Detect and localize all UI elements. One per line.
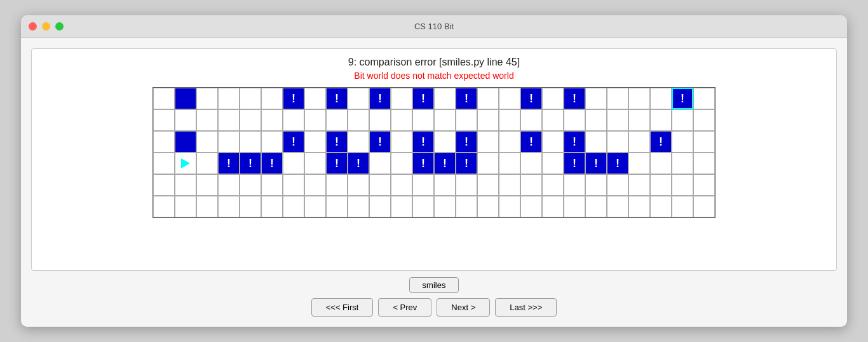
cell-r2-c18	[520, 109, 542, 131]
bit-world-grid: ! ! ! ! !	[153, 87, 715, 218]
cell-r3-c14	[434, 131, 456, 153]
cell-r6-c12	[391, 196, 412, 217]
cell-r5-c19	[542, 174, 564, 196]
cell-r2-c9	[326, 109, 348, 131]
cell-r2-c2	[175, 109, 196, 131]
window-title: CS 110 Bit	[414, 22, 454, 31]
window-body: 9: comparison error [smiles.py line 45] …	[21, 38, 847, 327]
cell-r2-c11	[369, 109, 391, 131]
cell-r1-c8	[304, 88, 326, 109]
cell-r5-c16	[477, 174, 499, 196]
cell-r6-c26	[693, 196, 715, 217]
cell-r2-c19	[542, 109, 564, 131]
smiles-button[interactable]: smiles	[409, 277, 459, 293]
cell-r2-c3	[196, 109, 218, 131]
cell-r4-c19	[542, 153, 564, 174]
cell-r3-c23	[628, 131, 650, 153]
cell-r4-c26	[693, 153, 715, 174]
cell-r3-c10	[348, 131, 369, 153]
cell-r5-c4	[218, 174, 240, 196]
cell-r4-c11	[369, 153, 391, 174]
cell-r4-c1	[153, 153, 175, 174]
cell-r1-c10	[348, 88, 369, 109]
app-window: CS 110 Bit 9: comparison error [smiles.p…	[21, 15, 847, 327]
cell-r2-c22	[607, 109, 628, 131]
cell-r6-c25	[672, 196, 693, 217]
cell-r1-c9: !	[326, 88, 348, 109]
cell-r5-c3	[196, 174, 218, 196]
cell-r6-c8	[304, 196, 326, 217]
cell-r1-c18: !	[520, 88, 542, 109]
cell-r6-c3	[196, 196, 218, 217]
cell-r1-c5	[240, 88, 261, 109]
cell-r4-c15: !	[456, 153, 477, 174]
cell-r3-c18: !	[520, 131, 542, 153]
cell-r2-c15	[456, 109, 477, 131]
cell-r4-c24	[650, 153, 672, 174]
cell-r5-c14	[434, 174, 456, 196]
cell-r2-c26	[693, 109, 715, 131]
cell-r2-c14	[434, 109, 456, 131]
cell-r3-c1	[153, 131, 175, 153]
cell-r4-c6: !	[261, 153, 283, 174]
cell-r6-c4	[218, 196, 240, 217]
cell-r4-c23	[628, 153, 650, 174]
cell-r1-c2	[175, 88, 196, 109]
cell-r4-c3	[196, 153, 218, 174]
next-button[interactable]: Next >	[437, 298, 490, 317]
cell-r4-c10: !	[348, 153, 369, 174]
cell-r4-c2	[175, 153, 196, 174]
cell-r6-c7	[283, 196, 304, 217]
cell-r2-c7	[283, 109, 304, 131]
cell-r6-c16	[477, 196, 499, 217]
cell-r5-c1	[153, 174, 175, 196]
cell-r4-c21: !	[585, 153, 607, 174]
cell-r6-c22	[607, 196, 628, 217]
minimize-button[interactable]	[42, 22, 50, 31]
cell-r3-c4	[218, 131, 240, 153]
cell-r3-c26	[693, 131, 715, 153]
cell-r4-c5: !	[240, 153, 261, 174]
last-button[interactable]: Last >>>	[495, 298, 557, 317]
cell-r4-c18	[520, 153, 542, 174]
first-button[interactable]: <<< First	[311, 298, 374, 317]
close-button[interactable]	[29, 22, 37, 31]
cell-r5-c17	[499, 174, 520, 196]
cell-r1-c7: !	[283, 88, 304, 109]
cell-r4-c22: !	[607, 153, 628, 174]
cell-r3-c19	[542, 131, 564, 153]
cell-r1-c26	[693, 88, 715, 109]
cell-r3-c11: !	[369, 131, 391, 153]
title-bar: CS 110 Bit	[21, 15, 847, 38]
cell-r1-c17	[499, 88, 520, 109]
prev-button[interactable]: < Prev	[378, 298, 431, 317]
cell-r3-c6	[261, 131, 283, 153]
cell-r3-c13: !	[412, 131, 434, 153]
cell-r5-c10	[348, 174, 369, 196]
cell-r5-c7	[283, 174, 304, 196]
cell-r1-c16	[477, 88, 499, 109]
cell-r6-c11	[369, 196, 391, 217]
cell-r5-c26	[693, 174, 715, 196]
cell-r2-c8	[304, 109, 326, 131]
cell-r3-c2	[175, 131, 196, 153]
cell-r1-c15: !	[456, 88, 477, 109]
cell-r3-c20: !	[564, 131, 585, 153]
cell-r2-c20	[564, 109, 585, 131]
cell-r5-c2	[175, 174, 196, 196]
cell-r2-c6	[261, 109, 283, 131]
nav-buttons: <<< First < Prev Next > Last >>>	[311, 298, 557, 317]
cell-r6-c24	[650, 196, 672, 217]
cell-r3-c21	[585, 131, 607, 153]
cell-r3-c25	[672, 131, 693, 153]
cell-r6-c23	[628, 196, 650, 217]
bottom-controls: smiles <<< First < Prev Next > Last >>>	[311, 277, 557, 317]
cell-r1-c4	[218, 88, 240, 109]
cell-r5-c11	[369, 174, 391, 196]
maximize-button[interactable]	[55, 22, 64, 31]
cell-r4-c4: !	[218, 153, 240, 174]
cell-r3-c15: !	[456, 131, 477, 153]
cell-r4-c25	[672, 153, 693, 174]
cell-r6-c21	[585, 196, 607, 217]
cell-r5-c24	[650, 174, 672, 196]
